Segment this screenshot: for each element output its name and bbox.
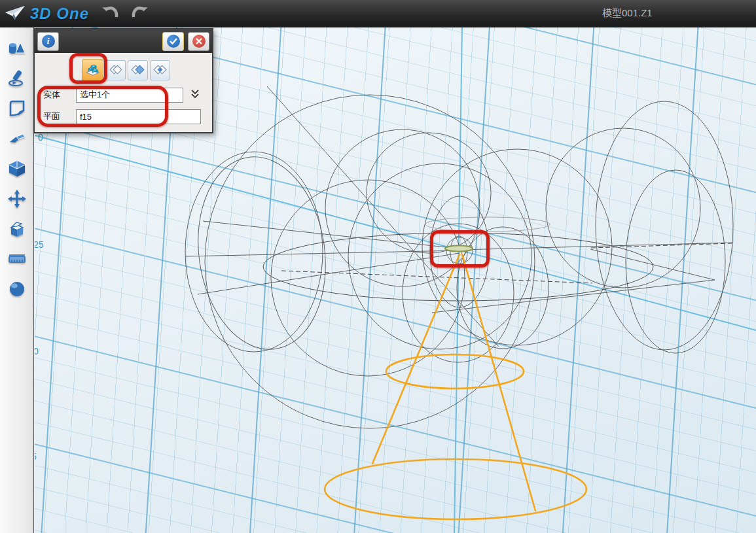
- undo-button[interactable]: [98, 4, 120, 24]
- sidebar-tool-sketch-plane[interactable]: [4, 95, 30, 122]
- trim-material-icon: [7, 129, 27, 148]
- logo-text: 3D One: [30, 5, 89, 23]
- confirm-button[interactable]: [162, 32, 184, 51]
- mode-base-solids-button[interactable]: [82, 59, 103, 81]
- combine-box-icon: [7, 219, 27, 239]
- mode-diamond-filled-button[interactable]: [128, 60, 148, 80]
- entity-field-label: 实体: [43, 89, 76, 101]
- check-icon: [167, 35, 180, 48]
- selected-plane-f15[interactable]: [445, 246, 473, 252]
- tool-sidebar: [0, 27, 34, 533]
- diamonds-dot-icon: [153, 62, 168, 78]
- sidebar-tool-sketch-pen[interactable]: [4, 65, 30, 92]
- mode-diamonds-outline-button[interactable]: [105, 60, 126, 80]
- redo-button[interactable]: [130, 4, 152, 24]
- dialog-header: i: [35, 29, 212, 53]
- app-window: 3D One 模型001.Z1: [0, 0, 756, 533]
- expand-button[interactable]: [189, 88, 202, 101]
- sidebar-tool-special-feature[interactable]: [4, 156, 30, 182]
- measure-ruler-icon: [7, 249, 27, 269]
- info-button[interactable]: i: [37, 32, 59, 51]
- entity-field-row: 实体: [43, 87, 212, 103]
- sidebar-tool-measure[interactable]: [4, 246, 30, 272]
- diamonds-outline-icon: [108, 62, 124, 78]
- redo-icon: [131, 4, 151, 22]
- plane-field-row: 平面: [43, 109, 212, 124]
- top-bar: 3D One 模型001.Z1: [0, 0, 756, 27]
- info-icon: i: [42, 35, 55, 48]
- command-dialog: i: [33, 28, 213, 133]
- plane-field-label: 平面: [43, 111, 76, 122]
- sidebar-tool-move-transform[interactable]: [4, 186, 30, 212]
- primitive-solids-icon: [7, 39, 27, 58]
- entity-field-input[interactable]: [76, 88, 183, 103]
- sidebar-tool-primitive-solids[interactable]: [4, 35, 30, 61]
- sketch-pen-icon: [7, 69, 27, 88]
- sidebar-tool-combine[interactable]: [4, 216, 30, 242]
- double-chevron-down-icon: [190, 89, 200, 99]
- plane-field-input[interactable]: [76, 109, 201, 124]
- sidebar-tool-render[interactable]: [4, 276, 30, 302]
- document-title: 模型001.Z1: [602, 7, 653, 20]
- cancel-button[interactable]: [188, 32, 209, 51]
- undo-icon: [99, 4, 119, 22]
- move-transform-icon: [7, 189, 27, 209]
- sketch-plane-icon: [7, 99, 27, 118]
- diamond-filled-right-icon: [130, 62, 146, 78]
- paper-plane-icon: [4, 5, 27, 23]
- special-feature-cube-icon: [7, 159, 27, 179]
- mode-diamonds-dot-button[interactable]: [150, 60, 170, 80]
- render-sphere-icon: [7, 279, 27, 299]
- close-icon: [192, 35, 206, 48]
- mode-button-row: [82, 59, 212, 81]
- app-logo: 3D One: [0, 5, 89, 23]
- sidebar-tool-trim-material[interactable]: [4, 126, 30, 152]
- base-solids-icon: [84, 61, 101, 78]
